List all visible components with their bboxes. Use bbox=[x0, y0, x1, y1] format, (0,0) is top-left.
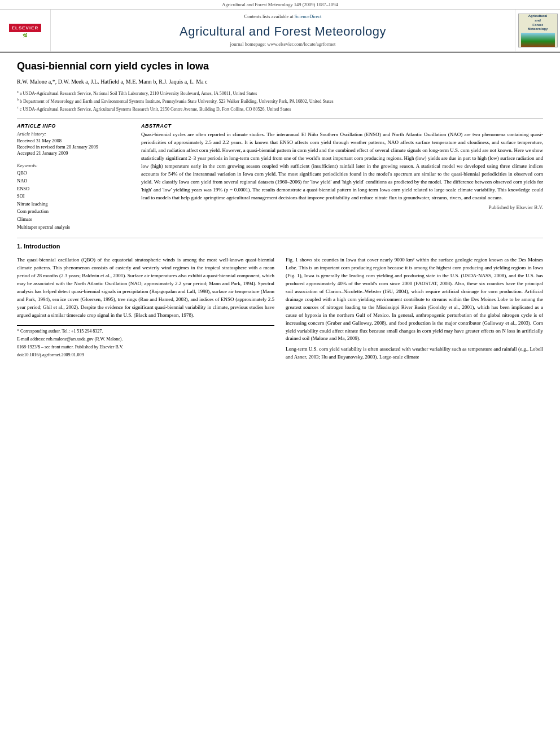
affiliation-c: c c USDA-Agricultural Research Service, … bbox=[17, 105, 543, 113]
intro-left-text: The quasi-biennial oscillation (QBO) of … bbox=[17, 256, 274, 320]
intro-left-col: The quasi-biennial oscillation (QBO) of … bbox=[17, 256, 274, 364]
footnote-issn: 0168-1923/$ – see front matter. Publishe… bbox=[17, 344, 274, 351]
intro-left-para1: The quasi-biennial oscillation (QBO) of … bbox=[17, 256, 274, 320]
intro-section-title: 1. Introduction bbox=[17, 243, 543, 250]
abstract-col: ABSTRACT Quasi-biennial cycles are often… bbox=[141, 123, 543, 231]
divider-2 bbox=[17, 238, 543, 238]
journal-homepage: journal homepage: www.elsevier.com/locat… bbox=[56, 41, 509, 49]
abstract-header: ABSTRACT bbox=[141, 123, 543, 129]
article-info-col: ARTICLE INFO Article history: Received 3… bbox=[17, 123, 130, 231]
content-area: Quasi-biennial corn yield cycles in Iowa… bbox=[0, 53, 560, 370]
keyword-soi: SOI bbox=[17, 193, 130, 200]
keyword-corn: Corn production bbox=[17, 208, 130, 216]
divider bbox=[17, 118, 543, 119]
journal-meta-text: Agricultural and Forest Meteorology 149 … bbox=[222, 2, 338, 7]
footnotes: * Corresponding author. Tel.: +1 515 294… bbox=[17, 325, 274, 359]
intro-right-col: Fig. 1 shows six counties in Iowa that c… bbox=[286, 256, 543, 364]
keyword-climate: Climate bbox=[17, 216, 130, 224]
affiliation-a: a a USDA-Agricultural Research Service, … bbox=[17, 89, 543, 97]
keywords-list: QBO NAO ENSO SOI Nitrate leaching Corn p… bbox=[17, 169, 130, 231]
accepted-date: Accepted 21 January 2009 bbox=[17, 150, 130, 156]
keyword-multitaper: Multitaper spectral analysis bbox=[17, 224, 130, 231]
keywords-label: Keywords: bbox=[17, 163, 130, 168]
abstract-text: Quasi-biennial cycles are often reported… bbox=[141, 131, 543, 202]
page: Agricultural and Forest Meteorology 149 … bbox=[0, 0, 560, 747]
contents-line: Contents lists available at ScienceDirec… bbox=[56, 12, 509, 21]
journal-meta-top: Agricultural and Forest Meteorology 149 … bbox=[0, 0, 560, 10]
revised-date: Received in revised form 20 January 2009 bbox=[17, 144, 130, 150]
footnote-email: E-mail address: rob.malone@ars.usda.gov … bbox=[17, 336, 274, 343]
authors: R.W. Malone a,*, D.W. Meek a, J.L. Hatfi… bbox=[17, 77, 543, 86]
intro-right-text: Fig. 1 shows six counties in Iowa that c… bbox=[286, 256, 543, 361]
journal-logo: AgriculturalandForestMeteorology bbox=[518, 14, 558, 47]
affiliation-b: b b Department of Meteorology and Earth … bbox=[17, 97, 543, 105]
elsevier-logo: ELSEVIER 🌿 bbox=[9, 24, 42, 38]
footnote-doi: doi:10.1016/j.agrformet.2009.01.009 bbox=[17, 352, 274, 359]
keyword-nitrate: Nitrate leaching bbox=[17, 200, 130, 208]
keyword-nao: NAO bbox=[17, 177, 130, 185]
history-label: Article history: bbox=[17, 131, 130, 137]
authors-text: R.W. Malone a,*, D.W. Meek a, J.L. Hatfi… bbox=[17, 78, 208, 85]
received-date: Received 31 May 2008 bbox=[17, 138, 130, 143]
journal-header-wrapper: Agricultural and Forest Meteorology 149 … bbox=[0, 0, 560, 53]
affiliations: a a USDA-Agricultural Research Service, … bbox=[17, 89, 543, 112]
intro-two-col: The quasi-biennial oscillation (QBO) of … bbox=[17, 256, 543, 364]
journal-title: Agricultural and Forest Meteorology bbox=[56, 21, 509, 41]
intro-right-para2: Long-term U.S. corn yield variability is… bbox=[286, 346, 543, 361]
article-info-header: ARTICLE INFO bbox=[17, 123, 130, 129]
sciencedirect-link[interactable]: ScienceDirect bbox=[295, 14, 322, 19]
keyword-qbo: QBO bbox=[17, 169, 130, 177]
article-title: Quasi-biennial corn yield cycles in Iowa bbox=[17, 60, 543, 73]
abstract-paragraph: Quasi-biennial cycles are often reported… bbox=[141, 131, 543, 202]
published-by: Published by Elsevier B.V. bbox=[141, 204, 543, 210]
article-info-abstract-section: ARTICLE INFO Article history: Received 3… bbox=[17, 123, 543, 231]
introduction-section: 1. Introduction The quasi-biennial oscil… bbox=[17, 243, 543, 364]
footnote-corresponding: * Corresponding author. Tel.: +1 515 294… bbox=[17, 328, 274, 335]
intro-right-para1: Fig. 1 shows six counties in Iowa that c… bbox=[286, 256, 543, 343]
keyword-enso: ENSO bbox=[17, 185, 130, 193]
